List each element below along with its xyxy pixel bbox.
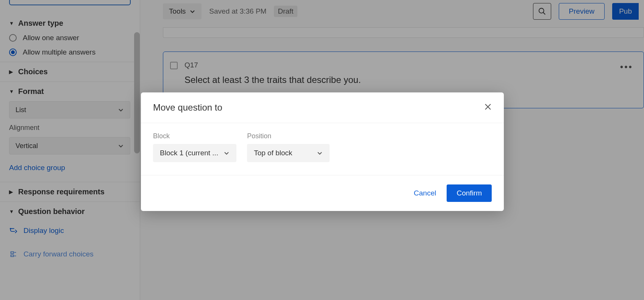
block-select-value: Block 1 (current ... (160, 149, 218, 157)
chevron-down-icon (317, 150, 323, 156)
chevron-down-icon (224, 150, 230, 156)
close-icon (484, 103, 492, 111)
confirm-button[interactable]: Confirm (447, 184, 492, 202)
block-label: Block (153, 132, 236, 140)
modal-title: Move question to (153, 102, 222, 113)
position-label: Position (247, 132, 330, 140)
position-select-value: Top of block (254, 149, 292, 157)
position-select[interactable]: Top of block (247, 144, 330, 162)
move-question-modal: Move question to Block Block 1 (current … (141, 92, 504, 211)
block-select[interactable]: Block 1 (current ... (153, 144, 236, 162)
cancel-button[interactable]: Cancel (414, 189, 436, 197)
modal-close-button[interactable] (484, 103, 492, 112)
